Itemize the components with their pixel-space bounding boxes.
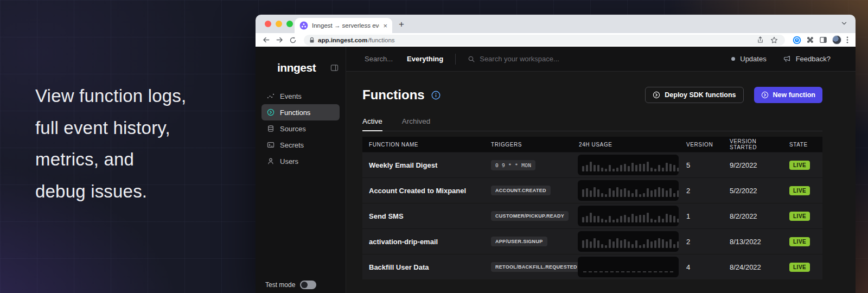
functions-page: Functions Deploy SDK functions New funct… — [346, 72, 856, 293]
url-bar[interactable]: app.inngest.com/functions — [304, 35, 785, 46]
app-top-nav: Search... Everything Search your workspa… — [346, 47, 856, 72]
inngest-app: inngest EventsFunctionsSourcesSecretsUse… — [256, 47, 856, 293]
url-path: /functions — [368, 37, 394, 43]
table-row[interactable]: Send SMSCUSTOMER/PICKUP.READY18/2/2022LI… — [362, 203, 822, 228]
new-function-button[interactable]: New function — [754, 87, 822, 103]
events-icon — [267, 92, 275, 100]
tab-title: Inngest → serverless event-dri — [312, 22, 379, 29]
browser-tab[interactable]: Inngest → serverless event-dri × — [295, 18, 392, 33]
inngest-logo: inngest — [277, 61, 330, 74]
browser-toolbar: app.inngest.com/functions — [256, 33, 856, 47]
extensions-puzzle-icon[interactable] — [806, 36, 814, 44]
feedback-link[interactable]: Feedback? — [783, 55, 831, 63]
tab-close-icon[interactable]: × — [383, 22, 387, 29]
column-header: VERSION — [679, 142, 722, 148]
bookmark-star-icon[interactable] — [769, 36, 780, 44]
usage-sparkline — [578, 206, 679, 226]
collapse-sidebar-icon[interactable] — [330, 64, 339, 72]
usage-sparkline — [578, 257, 679, 277]
trigger-badge: 0 9 * * MON — [491, 160, 535, 170]
hero-line: metrics, and — [35, 144, 186, 176]
table-row[interactable]: Backfill User DataRETOOL/BACKFILL.REQUES… — [362, 254, 822, 279]
lock-icon — [309, 37, 315, 43]
new-tab-button[interactable]: + — [399, 19, 404, 30]
updates-link[interactable]: Updates — [731, 55, 766, 63]
new-function-button-label: New function — [773, 91, 815, 99]
column-header: VERSION STARTED — [722, 138, 782, 150]
version-value: 5 — [679, 161, 722, 169]
functions-table: FUNCTION NAMETRIGGERS24H USAGEVERSIONVER… — [362, 137, 822, 279]
deploy-button-label: Deploy SDK functions — [665, 91, 736, 99]
sidebar-item-events[interactable]: Events — [261, 88, 340, 104]
functions-icon — [267, 109, 275, 116]
megaphone-icon — [783, 55, 791, 63]
dot-icon — [731, 57, 735, 61]
sidebar-item-secrets[interactable]: Secrets — [261, 137, 340, 153]
sources-icon — [267, 125, 275, 132]
state-badge: LIVE — [789, 186, 810, 195]
chevron-down-icon[interactable] — [840, 20, 848, 27]
tab-archived[interactable]: Archived — [402, 117, 431, 131]
hero-line: full event history, — [35, 112, 186, 144]
tab-active[interactable]: Active — [362, 117, 382, 131]
usage-sparkline — [578, 155, 679, 175]
workspace-search-placeholder: Search your workspace... — [480, 55, 559, 63]
sidebar-nav: EventsFunctionsSourcesSecretsUsers — [256, 88, 346, 169]
search-shortcut[interactable]: Search... — [365, 55, 393, 63]
no-usage-dashline — [583, 271, 673, 272]
share-icon[interactable] — [755, 36, 765, 43]
version-value: 2 — [679, 187, 722, 195]
test-mode-toggle[interactable] — [300, 281, 316, 289]
hero-line: View function logs, — [35, 80, 186, 112]
trigger-badge: APP/USER.SIGNUP — [491, 237, 547, 246]
table-header: FUNCTION NAMETRIGGERS24H USAGEVERSIONVER… — [362, 137, 822, 152]
window-controls — [265, 21, 293, 27]
sidebar-item-users[interactable]: Users — [261, 153, 340, 169]
divider — [455, 54, 456, 65]
table-row[interactable]: Account Created to MixpanelACCOUNT.CREAT… — [362, 177, 822, 203]
back-icon[interactable] — [260, 36, 271, 44]
sidebar-item-label: Sources — [280, 125, 306, 133]
page-title: Functions — [362, 87, 425, 103]
extension-icons — [790, 35, 851, 44]
column-header: FUNCTION NAME — [362, 142, 484, 148]
browser-tab-strip: Inngest → serverless event-dri × + — [256, 15, 856, 33]
info-icon[interactable] — [431, 91, 441, 100]
column-header: 24H USAGE — [572, 142, 679, 148]
hero-text: View function logs, full event history, … — [35, 80, 186, 207]
function-name: activation-drip-email — [362, 238, 484, 246]
profile-avatar[interactable] — [832, 35, 841, 44]
search-scope-everything[interactable]: Everything — [407, 55, 443, 63]
trigger-badge: CUSTOMER/PICKUP.READY — [491, 211, 569, 221]
table-row[interactable]: Weekly Email Digest0 9 * * MON59/2/2022L… — [362, 152, 822, 177]
hero-line: debug issues. — [35, 176, 186, 208]
kebab-menu-icon[interactable] — [846, 36, 848, 44]
minimize-window-button[interactable] — [276, 21, 282, 27]
version-started-date: 8/24/2022 — [722, 263, 782, 271]
table-row[interactable]: activation-drip-emailAPP/USER.SIGNUP28/1… — [362, 228, 822, 254]
reload-icon[interactable] — [288, 36, 298, 44]
function-name: Weekly Email Digest — [362, 161, 484, 169]
sidebar-item-sources[interactable]: Sources — [261, 120, 340, 137]
version-value: 4 — [679, 263, 722, 271]
sidebar-item-functions[interactable]: Functions — [261, 104, 340, 120]
secrets-icon — [267, 141, 275, 149]
version-value: 1 — [679, 212, 722, 220]
side-panel-icon[interactable] — [819, 36, 827, 44]
version-started-date: 8/13/2022 — [722, 238, 782, 246]
zoom-window-button[interactable] — [286, 21, 293, 27]
deploy-icon — [653, 91, 660, 99]
function-tabs: ActiveArchived — [362, 117, 822, 131]
close-window-button[interactable] — [265, 21, 271, 27]
sidebar-item-label: Events — [280, 92, 302, 100]
state-badge: LIVE — [789, 237, 810, 246]
usage-sparkline — [578, 231, 679, 252]
test-mode-label: Test mode — [265, 281, 295, 289]
sidebar-item-label: Users — [280, 157, 298, 165]
forward-icon[interactable] — [274, 36, 285, 44]
feedback-label: Feedback? — [796, 55, 831, 63]
deploy-sdk-functions-button[interactable]: Deploy SDK functions — [645, 87, 743, 103]
inngest-favicon-icon — [299, 21, 308, 30]
workspace-search-input[interactable]: Search your workspace... — [468, 55, 559, 63]
onepassword-icon[interactable] — [793, 36, 801, 44]
